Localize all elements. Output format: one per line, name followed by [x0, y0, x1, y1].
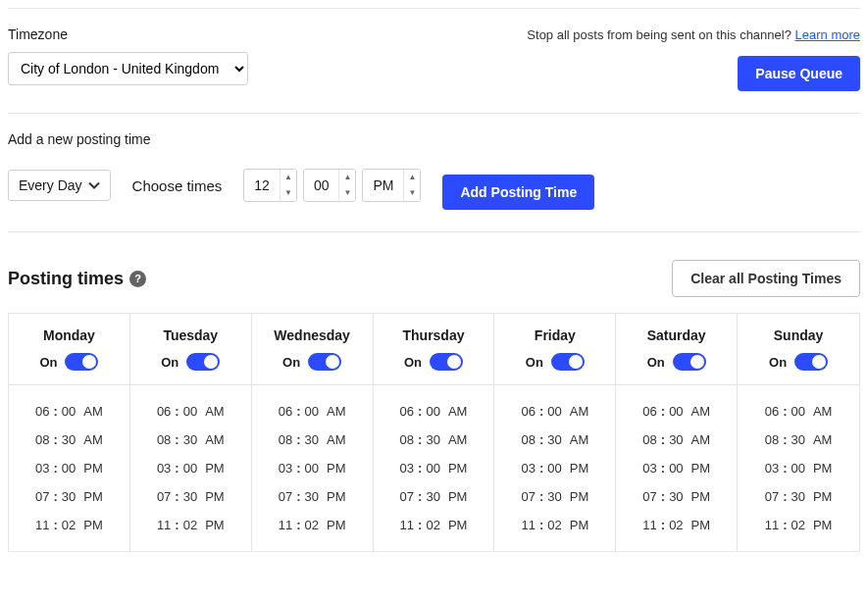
posting-time-item[interactable]: 08:30AM	[138, 426, 243, 454]
time-hour: 03	[765, 461, 779, 476]
posting-time-item[interactable]: 03:00PM	[138, 454, 243, 482]
day-toggle[interactable]	[794, 353, 828, 371]
time-colon: :	[54, 404, 58, 419]
time-minute: 00	[62, 461, 76, 476]
posting-time-item[interactable]: 07:30PM	[502, 482, 607, 511]
time-hour: 08	[521, 432, 535, 447]
posting-time-item[interactable]: 07:30PM	[382, 482, 486, 511]
day-frequency-select[interactable]: Every Day	[8, 170, 111, 201]
posting-time-item[interactable]: 08:30AM	[382, 426, 486, 454]
posting-time-item[interactable]: 08:30AM	[502, 426, 607, 454]
time-colon: :	[539, 489, 543, 504]
clear-all-posting-times-button[interactable]: Clear all Posting Times	[672, 260, 860, 297]
posting-time-item[interactable]: 11:02PM	[17, 511, 122, 539]
posting-time-item[interactable]: 06:00AM	[624, 397, 729, 426]
time-colon: :	[418, 461, 422, 476]
time-colon: :	[661, 461, 665, 476]
posting-time-item[interactable]: 11:02PM	[138, 511, 243, 539]
posting-time-item[interactable]: 03:00PM	[17, 454, 122, 482]
ampm-up-button[interactable]: ▲	[404, 170, 420, 185]
hour-up-button[interactable]: ▲	[281, 170, 296, 185]
pause-queue-button[interactable]: Pause Queue	[738, 56, 860, 91]
posting-time-item[interactable]: 06:00AM	[138, 397, 243, 426]
posting-time-item[interactable]: 08:30AM	[745, 426, 851, 454]
day-toggle[interactable]	[308, 353, 341, 371]
time-colon: :	[418, 489, 422, 504]
minute-stepper[interactable]: 00 ▲ ▼	[303, 169, 357, 202]
time-minute: 30	[183, 489, 197, 504]
posting-time-item[interactable]: 08:30AM	[260, 426, 365, 454]
posting-time-item[interactable]: 03:00PM	[745, 454, 851, 482]
posting-time-item[interactable]: 07:30PM	[260, 482, 365, 511]
time-ampm: AM	[448, 432, 468, 447]
time-hour: 03	[35, 461, 49, 476]
posting-time-item[interactable]: 03:00PM	[502, 454, 607, 482]
choose-times-label: Choose times	[132, 177, 223, 194]
posting-time-item[interactable]: 06:00AM	[745, 397, 851, 426]
learn-more-link[interactable]: Learn more	[795, 27, 860, 42]
posting-time-item[interactable]: 11:02PM	[745, 511, 851, 539]
time-hour: 06	[765, 404, 779, 419]
posting-time-item[interactable]: 11:02PM	[382, 511, 486, 539]
time-minute: 02	[305, 518, 319, 532]
chevron-down-icon	[88, 180, 100, 191]
time-colon: :	[296, 404, 300, 419]
day-column: SundayOn06:00AM08:30AM03:00PM07:30PM11:0…	[738, 314, 859, 551]
posting-time-item[interactable]: 07:30PM	[17, 482, 122, 511]
day-column: FridayOn06:00AM08:30AM03:00PM07:30PM11:0…	[494, 314, 616, 551]
time-colon: :	[418, 518, 422, 532]
time-ampm: PM	[813, 489, 833, 504]
day-header: SaturdayOn	[616, 314, 737, 385]
day-name: Wednesday	[258, 327, 367, 343]
posting-time-item[interactable]: 07:30PM	[745, 482, 851, 511]
toggle-state-label: On	[404, 355, 422, 370]
timezone-select[interactable]: City of London - United Kingdom	[8, 52, 248, 85]
time-ampm: AM	[448, 404, 468, 419]
posting-time-item[interactable]: 11:02PM	[502, 511, 607, 539]
posting-time-item[interactable]: 06:00AM	[502, 397, 607, 426]
posting-time-item[interactable]: 08:30AM	[17, 426, 122, 454]
time-colon: :	[175, 461, 179, 476]
hour-stepper[interactable]: 12 ▲ ▼	[243, 169, 297, 202]
time-colon: :	[783, 461, 787, 476]
time-minute: 02	[669, 518, 683, 532]
hour-down-button[interactable]: ▼	[281, 185, 296, 201]
posting-time-item[interactable]: 03:00PM	[624, 454, 729, 482]
time-ampm: AM	[691, 432, 711, 447]
time-minute: 00	[791, 404, 804, 419]
posting-time-item[interactable]: 08:30AM	[624, 426, 729, 454]
posting-time-item[interactable]: 06:00AM	[17, 397, 122, 426]
ampm-stepper[interactable]: PM ▲ ▼	[362, 169, 421, 202]
posting-time-item[interactable]: 07:30PM	[138, 482, 243, 511]
toggle-state-label: On	[647, 355, 665, 370]
posting-time-item[interactable]: 07:30PM	[624, 482, 729, 511]
day-toggle[interactable]	[673, 353, 706, 371]
day-name: Saturday	[622, 327, 731, 343]
day-toggle[interactable]	[430, 353, 463, 371]
time-hour: 11	[157, 518, 171, 532]
time-colon: :	[54, 489, 58, 504]
posting-time-item[interactable]: 06:00AM	[382, 397, 486, 426]
posting-time-item[interactable]: 03:00PM	[260, 454, 365, 482]
posting-time-item[interactable]: 11:02PM	[260, 511, 365, 539]
day-toggle[interactable]	[65, 353, 98, 371]
minute-down-button[interactable]: ▼	[339, 185, 355, 201]
posting-time-item[interactable]: 03:00PM	[382, 454, 486, 482]
add-posting-time-button[interactable]: Add Posting Time	[442, 175, 594, 210]
minute-up-button[interactable]: ▲	[339, 170, 355, 185]
timezone-label: Timezone	[8, 26, 248, 42]
ampm-down-button[interactable]: ▼	[404, 185, 420, 201]
day-toggle[interactable]	[186, 353, 220, 371]
posting-time-item[interactable]: 11:02PM	[624, 511, 729, 539]
time-hour: 03	[279, 461, 292, 476]
day-toggle[interactable]	[551, 353, 585, 371]
posting-time-item[interactable]: 06:00AM	[260, 397, 365, 426]
time-hour: 03	[400, 461, 414, 476]
time-colon: :	[175, 518, 179, 532]
day-column: ThursdayOn06:00AM08:30AM03:00PM07:30PM11…	[374, 314, 495, 551]
help-icon[interactable]: ?	[129, 271, 146, 287]
time-minute: 30	[305, 489, 319, 504]
time-colon: :	[296, 432, 300, 447]
time-minute: 30	[669, 489, 683, 504]
time-minute: 00	[426, 461, 439, 476]
